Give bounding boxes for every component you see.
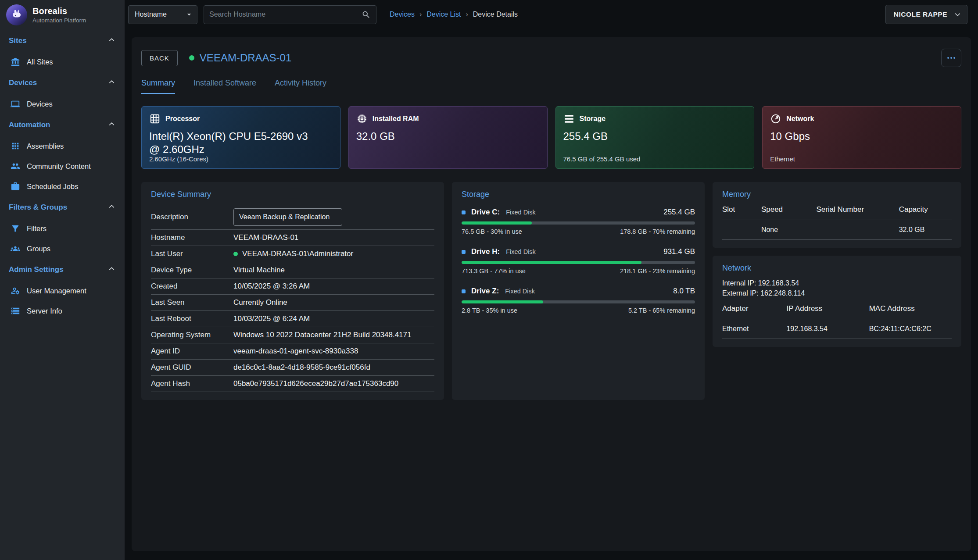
tab-summary[interactable]: Summary <box>141 78 175 94</box>
online-status-dot <box>189 55 194 61</box>
search-box[interactable] <box>204 5 376 24</box>
drive-used-text: 76.5 GB - 30% in use <box>462 228 522 235</box>
summary-row-hostname: Hostname VEEAM-DRAAS-01 <box>151 230 434 246</box>
drive-usage-bar <box>462 221 695 225</box>
ram-card: Installed RAM 32.0 GB <box>348 106 548 169</box>
sidebar-item-label: Server Info <box>27 307 62 315</box>
bank-icon <box>11 57 20 67</box>
sidebar-item-label: Community Content <box>27 162 91 171</box>
drive-name: Drive H: <box>471 247 500 256</box>
more-options-button[interactable] <box>941 49 961 67</box>
tab-activity-history[interactable]: Activity History <box>275 78 326 94</box>
online-status-dot <box>233 252 238 256</box>
sidebar-section-filters-groups[interactable]: Filters & Groups <box>0 196 125 218</box>
sidebar-item-all-sites[interactable]: All Sites <box>0 52 125 72</box>
drive-bullet-icon <box>462 210 466 214</box>
memory-serial <box>816 226 899 234</box>
drive-remaining-text: 218.1 GB - 23% remaining <box>620 268 695 275</box>
memory-icon <box>356 113 368 125</box>
memory-panel: Memory Slot Speed Serial Number Capacity… <box>713 182 961 248</box>
drive-bullet-icon <box>462 289 466 293</box>
search-icon <box>362 10 371 19</box>
main-column: Hostname Devices › Device List › Device … <box>125 0 978 560</box>
tab-installed-software[interactable]: Installed Software <box>193 78 256 94</box>
sidebar-item-label: Devices <box>27 100 53 108</box>
brand[interactable]: Borealis Automation Platform <box>0 0 125 30</box>
network-card: Network 10 Gbps Ethernet <box>762 106 961 169</box>
sidebar-section-label: Filters & Groups <box>9 203 67 212</box>
breadcrumb-device-list[interactable]: Device List <box>426 11 461 18</box>
sidebar-item-label: Filters <box>27 225 47 233</box>
panel-title: Memory <box>722 190 952 199</box>
card-label: Storage <box>580 115 606 123</box>
sidebar: Borealis Automation Platform Sites All S… <box>0 0 125 560</box>
sidebar-item-filters[interactable]: Filters <box>0 218 125 239</box>
sidebar-nav: Sites All Sites Devices Devices Automati… <box>0 30 125 321</box>
device-summary-panel: Device Summary Description Hostname VEEA… <box>141 182 444 400</box>
card-subtext: 2.60GHz (16-Cores) <box>149 155 208 163</box>
network-gauge-icon <box>770 113 781 125</box>
sidebar-section-label: Automation <box>9 121 50 129</box>
chevron-up-icon <box>107 78 116 88</box>
right-column: Memory Slot Speed Serial Number Capacity… <box>713 182 961 347</box>
breadcrumb: Devices › Device List › Device Details <box>390 11 518 18</box>
brand-title: Borealis <box>32 6 86 16</box>
sidebar-item-user-management[interactable]: User Management <box>0 281 125 301</box>
summary-row-agent-guid: Agent GUID de16c0c1-8aa2-4d18-9585-9ce91… <box>151 360 434 376</box>
breadcrumb-separator-icon: › <box>419 11 422 18</box>
drive-type: Fixed Disk <box>506 209 536 216</box>
cpu-grid-icon <box>149 113 161 125</box>
sidebar-item-label: Assemblies <box>27 142 64 150</box>
adapter-mac: BC:24:11:CA:C6:2C <box>869 325 952 333</box>
drive-usage-bar <box>462 261 695 264</box>
sidebar-item-groups[interactable]: Groups <box>0 239 125 259</box>
description-input[interactable] <box>233 208 342 226</box>
drive-remaining-text: 178.8 GB - 70% remaining <box>620 228 695 235</box>
user-gear-icon <box>11 286 20 296</box>
memory-table-header: Slot Speed Serial Number Capacity <box>722 199 952 220</box>
drive-used-text: 713.3 GB - 77% in use <box>462 268 526 275</box>
storage-card: Storage 255.4 GB 76.5 GB of 255.4 GB use… <box>555 106 755 169</box>
sidebar-item-server-info[interactable]: Server Info <box>0 301 125 321</box>
brand-text: Borealis Automation Platform <box>32 6 86 24</box>
sidebar-section-sites[interactable]: Sites <box>0 30 125 52</box>
panel-title: Device Summary <box>151 190 434 199</box>
sidebar-item-scheduled-jobs[interactable]: Scheduled Jobs <box>0 176 125 196</box>
summary-row-description: Description <box>151 204 434 230</box>
sidebar-section-label: Sites <box>9 36 27 45</box>
sidebar-section-automation[interactable]: Automation <box>0 114 125 136</box>
network-table-row: Ethernet 192.168.3.54 BC:24:11:CA:C6:2C <box>722 319 952 339</box>
breadcrumb-devices[interactable]: Devices <box>390 11 415 18</box>
card-value: 32.0 GB <box>356 130 525 143</box>
summary-row-created: Created 10/05/2025 @ 3:26 AM <box>151 278 434 295</box>
topbar: Hostname Devices › Device List › Device … <box>125 0 978 29</box>
adapter-name: Ethernet <box>722 325 786 333</box>
device-header: BACK VEEAM-DRAAS-01 <box>141 49 961 67</box>
internal-ip: Internal IP: 192.168.3.54 <box>722 278 952 288</box>
sidebar-section-devices[interactable]: Devices <box>0 72 125 94</box>
drive-size: 255.4 GB <box>663 208 695 217</box>
detail-grid: Device Summary Description Hostname VEEA… <box>141 182 961 400</box>
search-input[interactable] <box>209 11 362 18</box>
drive-usage-bar <box>462 300 695 303</box>
sidebar-item-devices[interactable]: Devices <box>0 94 125 114</box>
drive-h: Drive H: Fixed Disk 931.4 GB 713.3 GB - … <box>462 247 695 275</box>
sidebar-item-community-content[interactable]: Community Content <box>0 156 125 176</box>
briefcase-icon <box>11 182 20 191</box>
sidebar-item-assemblies[interactable]: Assemblies <box>0 136 125 156</box>
memory-table-row: None 32.0 GB <box>722 220 952 240</box>
card-value: 10 Gbps <box>770 130 939 143</box>
back-button[interactable]: BACK <box>141 50 178 66</box>
breadcrumb-separator-icon: › <box>466 11 468 18</box>
network-panel: Network Internal IP: 192.168.3.54 Extern… <box>713 256 961 347</box>
drive-z: Drive Z: Fixed Disk 8.0 TB 2.8 TB - 35% … <box>462 287 695 314</box>
device-summary-table: Description Hostname VEEAM-DRAAS-01 Last… <box>151 204 434 392</box>
breadcrumb-current: Device Details <box>473 11 518 18</box>
summary-row-device-type: Device Type Virtual Machine <box>151 262 434 278</box>
user-menu-button[interactable]: NICOLE RAPPE <box>885 5 967 24</box>
sidebar-section-admin-settings[interactable]: Admin Settings <box>0 259 125 281</box>
hostname-filter-select[interactable]: Hostname <box>128 5 197 24</box>
drive-used-text: 2.8 TB - 35% in use <box>462 307 517 314</box>
chevron-up-icon <box>107 264 116 275</box>
summary-row-last-seen: Last Seen Currently Online <box>151 295 434 311</box>
